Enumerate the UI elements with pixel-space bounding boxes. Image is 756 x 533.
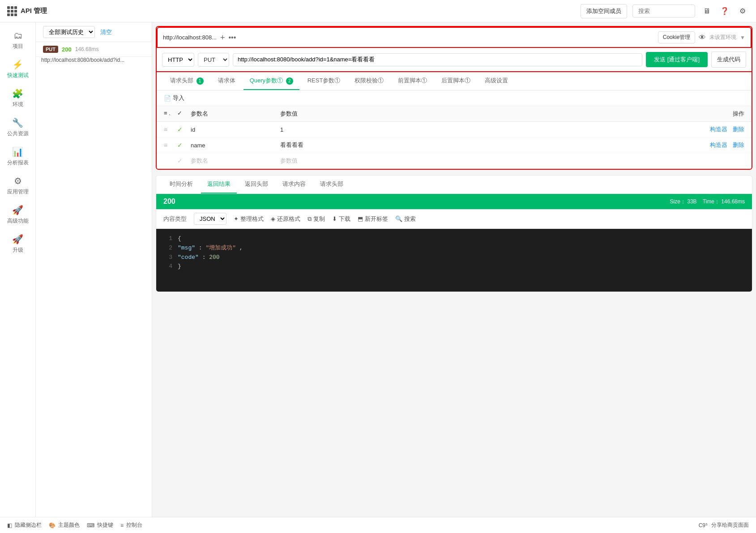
- table-row-empty: ✓ 参数名 参数值: [157, 153, 752, 169]
- grid-icon: [7, 6, 17, 16]
- sidebar-item-app-manage[interactable]: ⚙ 应用管理: [3, 171, 33, 200]
- sidebar: 🗂 项目 ⚡ 快速测试 🧩 环境 🔧 公共资源 📊 分析报表 ⚙ 应用管理 🚀 …: [0, 22, 36, 517]
- tab-auth[interactable]: 权限校验①: [348, 72, 390, 90]
- code-line-2: 2 "msg" : "增加成功" ,: [163, 244, 745, 253]
- method-select[interactable]: PUT: [198, 53, 229, 67]
- history-select[interactable]: 全部测试历史: [43, 26, 95, 38]
- table-row: ≡ ✓ id 1 构造器 删除: [157, 122, 752, 138]
- search-input[interactable]: [632, 4, 695, 17]
- new-tab-icon: ⬒: [358, 215, 363, 222]
- restore-icon: ◈: [271, 215, 275, 222]
- tab-url-text: http://localhost:808...: [163, 34, 217, 41]
- tab-post-script[interactable]: 后置脚本①: [435, 72, 477, 90]
- history-url: http://localhost:8080/book/add?id...: [36, 57, 152, 65]
- check-2[interactable]: ✓: [177, 142, 191, 149]
- settings-icon[interactable]: ⚙: [736, 5, 749, 17]
- new-tab-button[interactable]: ⬒ 新开标签: [358, 215, 388, 223]
- tab-request-header[interactable]: 请求头部 1: [164, 72, 210, 90]
- col-check: ✓: [177, 110, 191, 118]
- method-badge: PUT: [43, 46, 58, 53]
- clear-button[interactable]: 清空: [100, 28, 112, 36]
- result-status-code: 200: [163, 198, 175, 206]
- response-time: 146.68ms: [75, 46, 99, 52]
- col-actions: 操作: [655, 110, 744, 118]
- code-line-3: 3 "code" : 200: [163, 253, 745, 262]
- tab-query-params[interactable]: Query参数① 2: [243, 72, 299, 90]
- shortcuts-button[interactable]: ⌨ 快捷键: [87, 521, 113, 529]
- url-input[interactable]: [233, 53, 642, 66]
- left-panel: 全部测试历史 清空 PUT 200 146.68ms http://localh…: [36, 22, 152, 517]
- env-label: 未设置环境: [709, 34, 736, 41]
- import-icon: 📄: [164, 95, 171, 102]
- env-dropdown-icon[interactable]: ▼: [740, 34, 745, 41]
- tabs-nav: 请求头部 1 请求体 Query参数① 2 REST参数① 权限校验① 前置脚本: [157, 72, 752, 90]
- gen-code-button[interactable]: 生成代码: [711, 52, 746, 68]
- send-button[interactable]: 发送 [通过客户端]: [646, 52, 708, 67]
- tab-rest-params[interactable]: REST参数①: [301, 72, 347, 90]
- tab-request-body[interactable]: 请求体: [212, 72, 242, 90]
- help-icon[interactable]: ❓: [718, 5, 731, 17]
- analytics-icon: 📊: [12, 146, 23, 157]
- console-button[interactable]: ≡ 控制台: [120, 521, 142, 529]
- import-button[interactable]: 📄 导入: [164, 94, 184, 102]
- app-manage-icon: ⚙: [14, 176, 22, 186]
- param-value-empty[interactable]: 参数值: [280, 157, 655, 165]
- protocol-select[interactable]: HTTP: [162, 53, 194, 67]
- restore-button[interactable]: ◈ 还原格式: [271, 215, 300, 223]
- result-tab-request-content[interactable]: 请求内容: [276, 176, 312, 193]
- drag-handle-1[interactable]: ≡: [164, 126, 177, 133]
- delete-button-1[interactable]: 删除: [733, 125, 744, 133]
- theme-button[interactable]: 🎨 主题颜色: [49, 521, 80, 529]
- tab-advanced-settings[interactable]: 高级设置: [478, 72, 514, 90]
- download-button[interactable]: ⬇ 下载: [332, 215, 350, 223]
- sidebar-item-public-resource[interactable]: 🔧 公共资源: [3, 113, 33, 142]
- sidebar-item-label: 环境: [13, 101, 23, 108]
- top-bar-actions: 添加空间成员 🖥 ❓ ⚙: [581, 4, 749, 18]
- search-result-button[interactable]: 🔍 搜索: [395, 215, 416, 223]
- col-value: 参数值: [280, 110, 655, 118]
- status-bar: 200 Size： 33B Time： 146.68ms: [156, 194, 752, 209]
- tab-pre-script[interactable]: 前置脚本①: [392, 72, 433, 90]
- sidebar-item-advanced[interactable]: 🚀 高级功能: [3, 200, 33, 229]
- constructor-button-2[interactable]: 构造器: [710, 141, 727, 149]
- sidebar-item-quick-test[interactable]: ⚡ 快速测试: [3, 55, 33, 84]
- add-tab-button[interactable]: +: [220, 34, 225, 42]
- quick-test-icon: ⚡: [12, 59, 23, 70]
- url-tab: http://localhost:808...: [163, 34, 217, 41]
- share-label[interactable]: 分享给商贡面面: [711, 521, 749, 529]
- delete-button-2[interactable]: 删除: [733, 141, 744, 149]
- cookie-button[interactable]: Cookie管理: [658, 31, 695, 43]
- constructor-button-1[interactable]: 构造器: [710, 125, 727, 133]
- sidebar-item-label: 公共资源: [7, 130, 29, 138]
- eye-icon[interactable]: 👁: [699, 34, 706, 42]
- copy-button[interactable]: ⧉ 复制: [308, 215, 325, 223]
- history-item[interactable]: PUT 200 146.68ms: [36, 42, 152, 57]
- hide-sidebar-icon: ◧: [7, 522, 12, 529]
- sidebar-item-project[interactable]: 🗂 项目: [3, 26, 33, 55]
- sidebar-item-analytics[interactable]: 📊 分析报表: [3, 142, 33, 171]
- copy-icon: ⧉: [308, 215, 312, 223]
- result-tab-request-header[interactable]: 请求头部: [314, 176, 350, 193]
- format-button[interactable]: ✦ 整理格式: [234, 215, 264, 223]
- tab-badge-query: 2: [286, 77, 293, 85]
- hide-sidebar-button[interactable]: ◧ 隐藏侧边栏: [7, 521, 42, 529]
- sidebar-item-environment[interactable]: 🧩 环境: [3, 84, 33, 113]
- app-logo: API 管理: [7, 6, 47, 16]
- code-line-4: 4 }: [163, 262, 745, 271]
- param-name-empty[interactable]: 参数名: [191, 157, 280, 165]
- result-tab-return-header[interactable]: 返回头部: [239, 176, 274, 193]
- tab-more-button[interactable]: •••: [228, 34, 236, 42]
- tab-badge-header: 1: [196, 77, 204, 85]
- content-type-select[interactable]: JSON: [194, 213, 226, 225]
- request-row: HTTP PUT 发送 [通过客户端] 生成代码: [157, 48, 752, 72]
- param-actions-2: 构造器 删除: [655, 141, 744, 149]
- main-card: http://localhost:808... + ••• Cookie管理 👁…: [156, 26, 752, 170]
- result-tab-return-result[interactable]: 返回结果: [201, 176, 237, 193]
- monitor-icon[interactable]: 🖥: [700, 5, 713, 17]
- add-member-button[interactable]: 添加空间成员: [581, 4, 627, 18]
- sidebar-item-upgrade[interactable]: 🚀 升级: [3, 229, 33, 258]
- check-1[interactable]: ✓: [177, 126, 191, 133]
- param-name-1: id: [191, 126, 280, 133]
- result-tab-time-analysis[interactable]: 时间分析: [163, 176, 199, 193]
- drag-handle-2[interactable]: ≡: [164, 142, 177, 149]
